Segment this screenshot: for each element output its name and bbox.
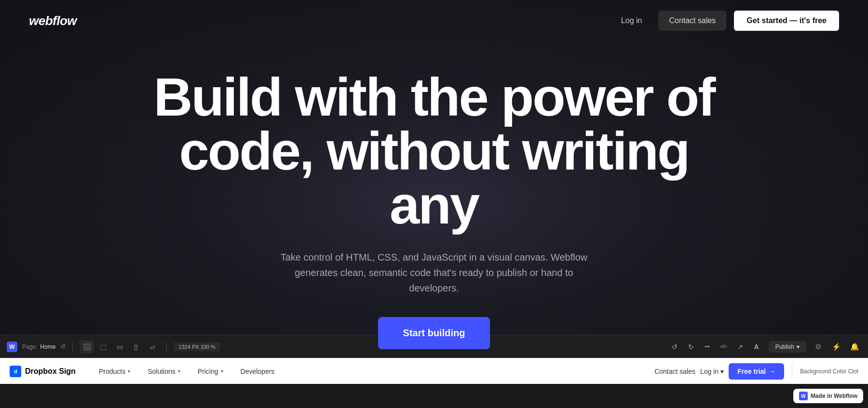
separator-3 <box>792 364 792 379</box>
hero-section: webflow Log in Contact sales Get started… <box>0 0 868 335</box>
browser-nav-right: Contact sales Log in ▾ Free trial → <box>654 363 784 380</box>
browser-nav-pricing[interactable]: Pricing ▾ <box>189 358 232 384</box>
separator <box>72 342 73 352</box>
tablet-portrait-button[interactable]: ▭ <box>112 340 127 354</box>
text-style-button[interactable]: A <box>749 340 764 354</box>
hero-subtitle: Take control of HTML, CSS, and JavaScrip… <box>270 250 598 296</box>
navigation: webflow Log in Contact sales Get started… <box>0 0 868 41</box>
chevron-down-icon: ▾ <box>720 368 724 375</box>
publish-button[interactable]: Publish ▾ <box>769 341 806 353</box>
webflow-badge-logo: W <box>799 392 808 400</box>
browser-nav-solutions[interactable]: Solutions ▾ <box>139 358 189 384</box>
hero-content: Build with the power of code, without wr… <box>145 41 723 349</box>
login-link[interactable]: Log in <box>612 12 651 30</box>
hero-title: Build with the power of code, without wr… <box>145 70 723 232</box>
browser-nav-developers[interactable]: Developers <box>232 358 284 384</box>
tablet-landscape-button[interactable]: ⬚ <box>96 340 110 354</box>
refresh-icon[interactable]: ↺ <box>60 343 66 350</box>
desktop-view-button[interactable]: ⬛ <box>80 340 94 354</box>
share-button[interactable]: ↗ <box>733 340 747 354</box>
chevron-down-icon: ▾ <box>128 369 130 374</box>
dropbox-brand-name: Dropbox Sign <box>25 367 76 376</box>
dropbox-logo-icon: d <box>10 366 21 377</box>
lightning-button[interactable]: ⚡ <box>829 340 843 354</box>
made-in-webflow-label: Made in Webflow <box>811 393 857 399</box>
bg-color-clot-label: Background Color Clot <box>800 368 858 375</box>
chevron-down-icon: ▾ <box>178 369 180 374</box>
settings-button[interactable]: ⚙ <box>811 340 825 354</box>
hero-title-line1: Build with the power of <box>154 67 715 127</box>
browser-nav-products[interactable]: Products ▾ <box>90 358 139 384</box>
chevron-down-icon: ▾ <box>797 343 800 350</box>
webflow-logo: webflow <box>29 13 77 28</box>
browser-login[interactable]: Log in ▾ <box>700 368 724 375</box>
dropbox-logo-area: d Dropbox Sign <box>10 366 76 377</box>
start-building-button[interactable]: Start building <box>378 317 490 349</box>
nav-right: Log in Contact sales Get started — it's … <box>612 11 839 31</box>
arrow-right-icon: → <box>769 368 775 375</box>
browser-contact-sales[interactable]: Contact sales <box>654 368 695 375</box>
hero-title-line2: code, without writing any <box>179 121 689 235</box>
chevron-down-icon: ▾ <box>221 369 223 374</box>
made-in-webflow-badge[interactable]: W Made in Webflow <box>793 389 863 403</box>
browser-nav-items: Products ▾ Solutions ▾ Pricing ▾ Develop… <box>90 358 654 384</box>
contact-sales-button[interactable]: Contact sales <box>658 11 726 31</box>
get-started-button[interactable]: Get started — it's free <box>734 11 839 31</box>
page-label: Page: Home <box>22 343 55 350</box>
browser-free-trial-button[interactable]: Free trial → <box>729 363 784 380</box>
mobile-landscape-button[interactable]: ▯ <box>129 340 143 354</box>
browser-bar: d Dropbox Sign Products ▾ Solutions ▾ Pr… <box>0 358 868 384</box>
notifications-button[interactable]: 🔔 <box>848 340 861 354</box>
page-name: Home <box>40 343 55 350</box>
webflow-editor-logo: W <box>7 342 17 352</box>
